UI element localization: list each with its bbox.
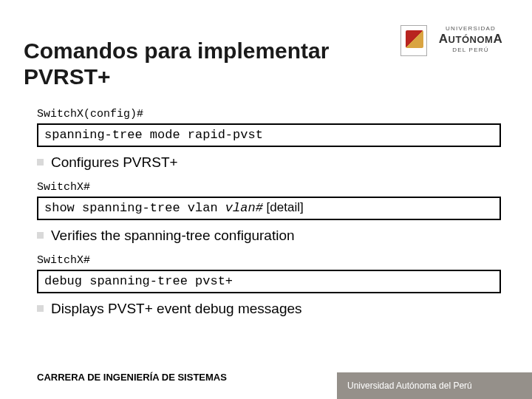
bullet-text: Configures PVRST+ [51, 154, 178, 171]
logo-text: UNIVERSIDAD AUTÓNOMA DEL PERÚ [430, 25, 511, 53]
command-box: show spanning-tree vlan vlan# [detail] [37, 197, 501, 220]
slide: Comandos para implementarPVRST+ UNIVERSI… [0, 0, 532, 399]
command-text: debug spanning-tree pvst+ [44, 274, 233, 288]
cli-prompt: SwitchX(config)# [37, 108, 501, 120]
footer-band: Universidad Autónoma del Perú [337, 372, 532, 399]
cli-prompt: SwitchX# [37, 254, 501, 267]
cli-prompt: SwitchX# [37, 181, 501, 194]
command-section-3: SwitchX# debug spanning-tree pvst+ Displ… [37, 254, 501, 317]
university-logo: UNIVERSIDAD AUTÓNOMA DEL PERÚ [400, 21, 511, 61]
bullet-item: Displays PVST+ event debug messages [37, 301, 501, 317]
command-opt: [detail] [263, 200, 304, 214]
bullet-text: Verifies the spanning-tree configuration [51, 228, 295, 244]
command-arg: vlan# [225, 201, 263, 215]
logo-line-autonoma: AUTÓNOMA [430, 32, 511, 47]
command-section-2: SwitchX# show spanning-tree vlan vlan# [… [37, 181, 501, 244]
footer-left-text: CARRERA DE INGENIERÍA DE SISTEMAS [37, 372, 227, 383]
command-text: spanning-tree mode rapid-pvst [44, 128, 263, 142]
bullet-text: Displays PVST+ event debug messages [51, 301, 302, 317]
command-box: spanning-tree mode rapid-pvst [37, 123, 501, 147]
command-box: debug spanning-tree pvst+ [37, 270, 501, 293]
square-bullet-icon [37, 305, 44, 312]
bullet-item: Configures PVRST+ [37, 154, 501, 171]
square-bullet-icon [37, 159, 44, 166]
command-section-1: SwitchX(config)# spanning-tree mode rapi… [37, 108, 501, 171]
square-bullet-icon [37, 232, 44, 239]
shield-icon [400, 25, 427, 56]
bullet-item: Verifies the spanning-tree configuration [37, 228, 501, 244]
logo-line-universidad: UNIVERSIDAD [430, 25, 511, 32]
slide-title: Comandos para implementarPVRST+ [24, 38, 329, 89]
footer-band-text: Universidad Autónoma del Perú [347, 381, 472, 391]
content-area: SwitchX(config)# spanning-tree mode rapi… [37, 108, 501, 327]
command-text: show spanning-tree vlan [44, 201, 225, 215]
logo-line-peru: DEL PERÚ [430, 47, 511, 53]
